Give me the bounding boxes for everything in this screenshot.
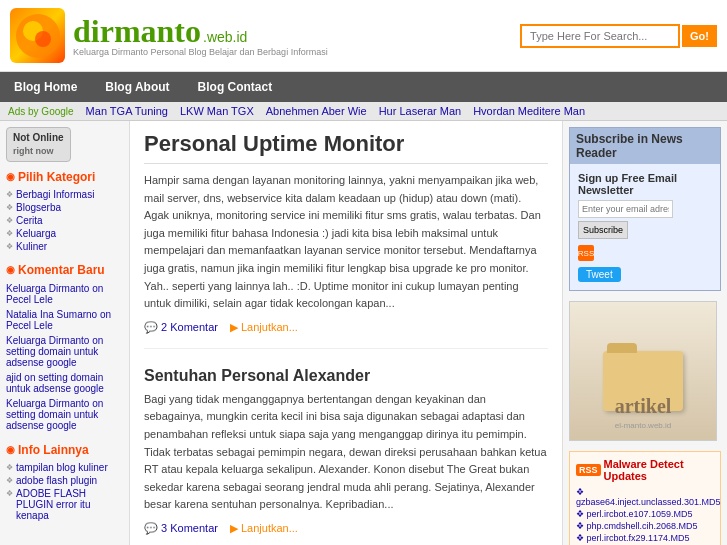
subscribe-button[interactable]: Subscribe (578, 221, 628, 239)
svg-point-2 (35, 31, 51, 47)
subscribe-title: Subscribe in News Reader (570, 128, 720, 164)
navbar: Blog Home Blog About Blog Contact (0, 72, 727, 102)
article-2-comments[interactable]: 💬 3 Komentar (144, 522, 218, 535)
main-layout: Not Online right now ◉ Pilih Kategori Be… (0, 121, 727, 545)
sidebar-info-3[interactable]: ❖ ADOBE FLASH PLUGIN error itu kenapa (6, 487, 123, 522)
article-1-lanjutkan[interactable]: ▶ Lanjutkan... (230, 321, 298, 334)
article-1: Hampir sama dengan layanan monitoring la… (144, 172, 548, 349)
sidebar-comment-4[interactable]: ajid on setting domain untuk adsense goo… (6, 370, 123, 396)
not-online-top: Not Online (13, 131, 64, 145)
subscribe-subtitle: Sign up Free Email Newsletter (578, 172, 712, 196)
subscribe-box: Subscribe in News Reader Sign up Free Em… (569, 127, 721, 291)
rss-row: RSS (578, 245, 712, 261)
subscribe-email-input[interactable] (578, 200, 673, 218)
ads-link-3[interactable]: Abnehmen Aber Wie (266, 105, 367, 117)
malware-section: RSS Malware Detect Updates ❖ gzbase64.in… (569, 451, 721, 545)
search-button[interactable]: Go! (682, 25, 717, 47)
categories-title: ◉ Pilih Kategori (6, 170, 123, 184)
malware-title: RSS Malware Detect Updates (576, 458, 714, 482)
malware-item-1[interactable]: ❖ gzbase64.inject.unclassed.301.MD5 (576, 486, 714, 508)
article-2-body: Bagi yang tidak menganggapnya bertentang… (144, 391, 548, 514)
artikel-sub: el-manto.web.id (615, 421, 671, 430)
sidebar-comments: ◉ Komentar Baru Keluarga Dirmanto on Pec… (6, 263, 123, 433)
article-2-lanjutkan[interactable]: ▶ Lanjutkan... (230, 522, 298, 535)
artikel-label: artikel (615, 395, 672, 418)
sidebar-info-1[interactable]: ❖ tampilan blog kuliner (6, 461, 123, 474)
article-2: Sentuhan Personal Alexander Bagi yang ti… (144, 367, 548, 545)
ads-bar: Ads by Google Man TGA Tuning LKW Man TGX… (0, 102, 727, 121)
nav-about[interactable]: Blog About (91, 72, 183, 102)
logo-text: dirmanto .web.id Keluarga Dirmanto Perso… (73, 15, 328, 57)
article-2-footer: 💬 3 Komentar ▶ Lanjutkan... (144, 522, 548, 535)
subscribe-form: Subscribe (578, 200, 712, 239)
not-online-badge: Not Online right now (6, 127, 71, 162)
article-1-comments[interactable]: 💬 2 Komentar (144, 321, 218, 334)
logo-webid: .web.id (203, 29, 247, 45)
ads-link-2[interactable]: LKW Man TGX (180, 105, 254, 117)
tweet-button[interactable]: Tweet (578, 267, 621, 282)
artikel-image: artikel el-manto.web.id (569, 301, 717, 441)
page-title: Personal Uptime Monitor (144, 131, 548, 164)
comments-title: ◉ Komentar Baru (6, 263, 123, 277)
search-area: Go! (520, 24, 717, 48)
sidebar-info-2[interactable]: ❖ adobe flash plugin (6, 474, 123, 487)
logo-title: dirmanto (73, 15, 201, 47)
malware-item-4[interactable]: ❖ perl.ircbot.fx29.1174.MD5 (576, 532, 714, 544)
nav-contact[interactable]: Blog Contact (184, 72, 287, 102)
article-2-title: Sentuhan Personal Alexander (144, 367, 548, 385)
ads-link-4[interactable]: Hur Laserar Man (379, 105, 462, 117)
nav-home[interactable]: Blog Home (0, 72, 91, 102)
info-title: ◉ Info Lainnya (6, 443, 123, 457)
main-content: Personal Uptime Monitor Hampir sama deng… (130, 121, 562, 545)
logo-image (10, 8, 65, 63)
sidebar-comment-3[interactable]: Keluarga Dirmanto on setting domain untu… (6, 333, 123, 370)
rss-icon: RSS (578, 245, 594, 261)
sidebar-comment-2[interactable]: Natalia Ina Sumarno on Pecel Lele (6, 307, 123, 333)
malware-item-2[interactable]: ❖ perl.ircbot.e107.1059.MD5 (576, 508, 714, 520)
sidebar-item-cerita[interactable]: Cerita (6, 214, 123, 227)
sidebar: Not Online right now ◉ Pilih Kategori Be… (0, 121, 130, 545)
sidebar-item-berbagi[interactable]: Berbagi Informasi (6, 188, 123, 201)
sidebar-categories: ◉ Pilih Kategori Berbagi Informasi Blogs… (6, 170, 123, 253)
logo-area: dirmanto .web.id Keluarga Dirmanto Perso… (10, 8, 328, 63)
right-sidebar: Subscribe in News Reader Sign up Free Em… (562, 121, 727, 545)
not-online-bottom: right now (13, 145, 64, 158)
search-input[interactable] (520, 24, 680, 48)
sidebar-item-keluarga[interactable]: Keluarga (6, 227, 123, 240)
ads-link-5[interactable]: Hvordan Meditere Man (473, 105, 585, 117)
ads-link-1[interactable]: Man TGA Tuning (86, 105, 168, 117)
header: dirmanto .web.id Keluarga Dirmanto Perso… (0, 0, 727, 72)
sidebar-comment-1[interactable]: Keluarga Dirmanto on Pecel Lele (6, 281, 123, 307)
sidebar-item-kuliner[interactable]: Kuliner (6, 240, 123, 253)
malware-item-3[interactable]: ❖ php.cmdshell.cih.2068.MD5 (576, 520, 714, 532)
sidebar-comment-5[interactable]: Keluarga Dirmanto on setting domain untu… (6, 396, 123, 433)
ads-label: Ads by Google (8, 106, 74, 117)
sidebar-info: ◉ Info Lainnya ❖ tampilan blog kuliner ❖… (6, 443, 123, 522)
rss-badge: RSS (576, 464, 601, 476)
logo-tagline: Keluarga Dirmanto Personal Blog Belajar … (73, 47, 328, 57)
sidebar-item-blogserba[interactable]: Blogserba (6, 201, 123, 214)
article-1-body: Hampir sama dengan layanan monitoring la… (144, 172, 548, 313)
article-1-footer: 💬 2 Komentar ▶ Lanjutkan... (144, 321, 548, 334)
